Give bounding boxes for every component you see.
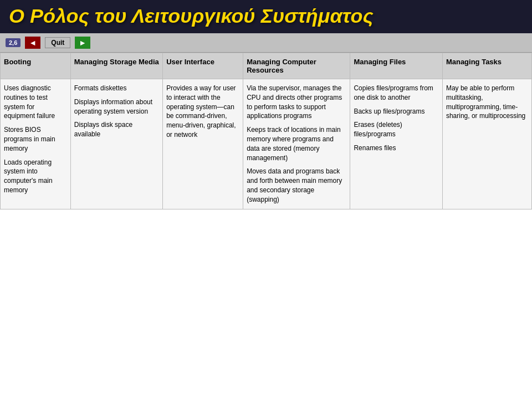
cell-files: Copies files/programs from one disk to a… <box>350 79 442 209</box>
ui-item-1: Provides a way for user to interact with… <box>166 84 239 140</box>
resources-item-3: Moves data and programs back and forth b… <box>247 167 346 204</box>
col-header-storage: Managing Storage Media <box>70 53 162 79</box>
files-item-3: Erases (deletes) files/programs <box>354 120 438 139</box>
col-header-resources: Managing Computer Resources <box>243 53 350 79</box>
resources-item-1: Via the supervisor, manages the CPU and … <box>247 84 346 121</box>
booting-item-2: Stores BIOS programs in main memory <box>4 125 67 153</box>
files-item-4: Renames files <box>354 144 438 153</box>
cell-resources: Via the supervisor, manages the CPU and … <box>243 79 350 209</box>
toolbar: 2,6 ◄ Quit ► <box>0 33 532 53</box>
prev-button[interactable]: ◄ <box>25 37 40 49</box>
col-header-booting: Booting <box>1 53 71 79</box>
storage-item-1: Formats diskettes <box>74 84 159 93</box>
cell-storage: Formats diskettes Displays information a… <box>70 79 162 209</box>
table-header-row: Booting Managing Storage Media User Inte… <box>1 53 532 79</box>
files-item-2: Backs up files/programs <box>354 107 438 116</box>
cell-ui: Provides a way for user to interact with… <box>163 79 243 209</box>
storage-item-3: Displays disk space available <box>74 120 159 139</box>
play-button[interactable]: ► <box>75 37 90 49</box>
main-table: Booting Managing Storage Media User Inte… <box>0 53 532 209</box>
tasks-item-1: May be able to perform multitasking, mul… <box>446 84 528 121</box>
booting-item-3: Loads operating system into computer's m… <box>4 158 67 195</box>
slide-badge: 2,6 <box>6 38 21 47</box>
resources-item-2: Keeps track of locations in main memory … <box>247 125 346 162</box>
quit-button[interactable]: Quit <box>45 37 70 48</box>
files-item-1: Copies files/programs from one disk to a… <box>354 84 438 103</box>
main-content: Booting Managing Storage Media User Inte… <box>0 53 532 209</box>
table-row: Uses diagnostic routines to test system … <box>1 79 532 209</box>
cell-tasks: May be able to perform multitasking, mul… <box>442 79 531 209</box>
booting-item-1: Uses diagnostic routines to test system … <box>4 84 67 121</box>
cell-booting: Uses diagnostic routines to test system … <box>1 79 71 209</box>
storage-item-2: Displays information about operating sys… <box>74 98 159 116</box>
page-header: Ο Ρόλος του Λειτουργικού Συστήματος <box>0 0 532 33</box>
page-title: Ο Ρόλος του Λειτουργικού Συστήματος <box>9 4 374 28</box>
col-header-files: Managing Files <box>350 53 442 79</box>
col-header-tasks: Managing Tasks <box>442 53 531 79</box>
col-header-ui: User Interface <box>163 53 243 79</box>
